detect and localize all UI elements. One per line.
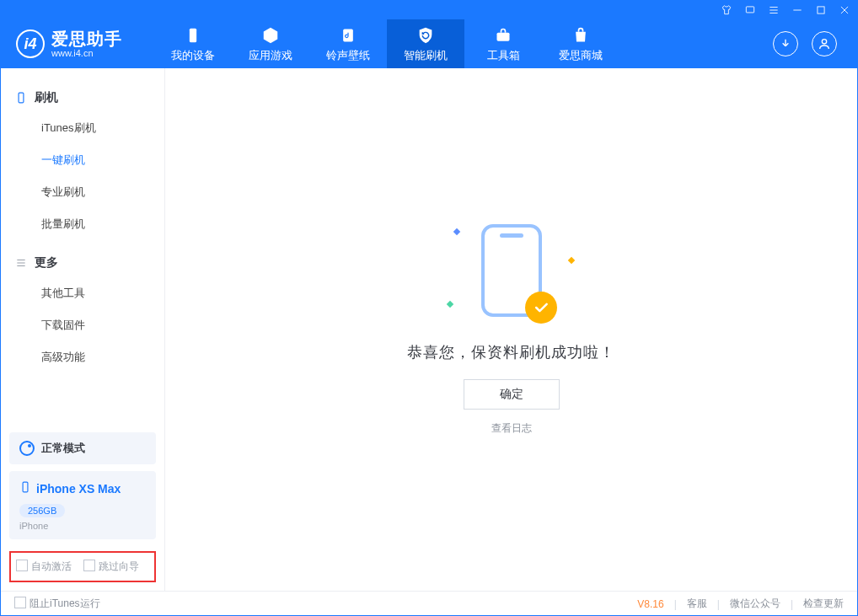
nav-toolbox[interactable]: 工具箱	[464, 19, 542, 68]
sidebar-list-flash: iTunes刷机 一键刷机 专业刷机 批量刷机	[1, 112, 164, 240]
success-message: 恭喜您，保资料刷机成功啦！	[407, 342, 615, 362]
checkmark-icon	[525, 292, 557, 324]
cube-icon	[260, 25, 281, 46]
statusbar: 阻止iTunes运行 V8.16 | 客服 | 微信公众号 | 检查更新	[1, 591, 857, 616]
sidebar-item-download-fw[interactable]: 下载固件	[1, 309, 164, 341]
auto-activate-checkbox[interactable]: 自动激活	[16, 560, 72, 574]
logo-mark-icon: i4	[16, 29, 45, 58]
nav-store[interactable]: 爱思商城	[542, 19, 619, 68]
sidebar-item-onekey-flash[interactable]: 一键刷机	[1, 144, 164, 176]
sidebar-item-other-tools[interactable]: 其他工具	[1, 277, 164, 309]
app-name: 爱思助手	[51, 30, 122, 48]
nav-apps[interactable]: 应用游戏	[232, 19, 309, 68]
maximize-icon[interactable]	[813, 3, 829, 18]
block-itunes-checkbox[interactable]: 阻止iTunes运行	[14, 597, 100, 611]
feedback-icon[interactable]	[743, 3, 758, 18]
check-update-link[interactable]: 检查更新	[803, 597, 844, 611]
bag-icon	[571, 25, 591, 46]
music-icon	[338, 25, 358, 46]
device-type: iPhone	[19, 521, 146, 531]
minimize-icon[interactable]	[790, 3, 805, 18]
group-title: 更多	[35, 255, 58, 271]
sidebar-group-more: 更多	[1, 249, 164, 277]
nav-label: 我的设备	[171, 48, 215, 63]
wechat-link[interactable]: 微信公众号	[730, 597, 780, 611]
device-mode-card[interactable]: 正常模式	[9, 432, 156, 464]
nav-label: 铃声壁纸	[326, 48, 370, 63]
storage-badge: 256GB	[19, 504, 65, 517]
sidebar-item-advanced[interactable]: 高级功能	[1, 341, 164, 373]
device-icon	[183, 25, 203, 46]
header: i4 爱思助手 www.i4.cn 我的设备 应用游戏 铃声壁纸 智能刷机 工具…	[1, 19, 857, 68]
device-card[interactable]: iPhone XS Max 256GB iPhone	[9, 471, 156, 539]
svg-rect-2	[190, 28, 196, 42]
header-right	[773, 31, 857, 56]
app-domain: www.i4.cn	[51, 48, 122, 58]
app-logo: i4 爱思助手 www.i4.cn	[16, 29, 122, 58]
more-icon	[14, 256, 28, 270]
svg-rect-7	[23, 482, 28, 492]
mode-label: 正常模式	[41, 441, 85, 456]
nav-label: 应用游戏	[249, 48, 292, 63]
user-button[interactable]	[812, 31, 837, 56]
svg-rect-0	[746, 7, 753, 13]
view-log-link[interactable]: 查看日志	[491, 421, 532, 436]
skin-icon[interactable]	[719, 3, 734, 18]
toolbox-icon	[493, 25, 513, 46]
close-icon[interactable]	[837, 3, 852, 18]
device-name: iPhone XS Max	[36, 482, 121, 495]
nav-label: 工具箱	[487, 48, 520, 63]
menu-icon[interactable]	[766, 3, 781, 18]
downloads-button[interactable]	[773, 31, 798, 56]
phone-icon	[19, 479, 31, 497]
svg-rect-4	[497, 32, 510, 40]
svg-rect-6	[19, 93, 24, 103]
nav-label: 智能刷机	[404, 48, 448, 63]
nav-ringtone[interactable]: 铃声壁纸	[309, 19, 387, 68]
success-illustration	[444, 224, 579, 325]
mode-icon	[19, 441, 35, 456]
sidebar: 刷机 iTunes刷机 一键刷机 专业刷机 批量刷机 更多 其他工具 下载固件 …	[1, 68, 165, 591]
support-link[interactable]: 客服	[687, 597, 707, 611]
main-content: 恭喜您，保资料刷机成功啦！ 确定 查看日志	[165, 68, 857, 591]
titlebar	[1, 1, 857, 19]
group-title: 刷机	[35, 90, 58, 105]
flash-options-row: 自动激活 跳过向导	[9, 551, 156, 582]
sidebar-item-batch-flash[interactable]: 批量刷机	[1, 208, 164, 240]
nav-device[interactable]: 我的设备	[154, 19, 232, 68]
svg-point-5	[822, 40, 826, 44]
shield-refresh-icon	[416, 25, 436, 46]
sidebar-item-itunes-flash[interactable]: iTunes刷机	[1, 112, 164, 144]
svg-rect-1	[818, 7, 824, 13]
phone-small-icon	[14, 91, 28, 104]
top-nav: 我的设备 应用游戏 铃声壁纸 智能刷机 工具箱 爱思商城	[154, 19, 619, 68]
sidebar-list-more: 其他工具 下载固件 高级功能	[1, 277, 164, 373]
sidebar-group-flash: 刷机	[1, 83, 164, 112]
workarea: 刷机 iTunes刷机 一键刷机 专业刷机 批量刷机 更多 其他工具 下载固件 …	[1, 68, 857, 591]
version-label: V8.16	[637, 598, 663, 610]
sidebar-item-pro-flash[interactable]: 专业刷机	[1, 176, 164, 208]
nav-flash[interactable]: 智能刷机	[387, 19, 464, 68]
ok-button[interactable]: 确定	[464, 379, 560, 410]
skip-guide-checkbox[interactable]: 跳过向导	[83, 560, 139, 574]
nav-label: 爱思商城	[559, 48, 603, 63]
